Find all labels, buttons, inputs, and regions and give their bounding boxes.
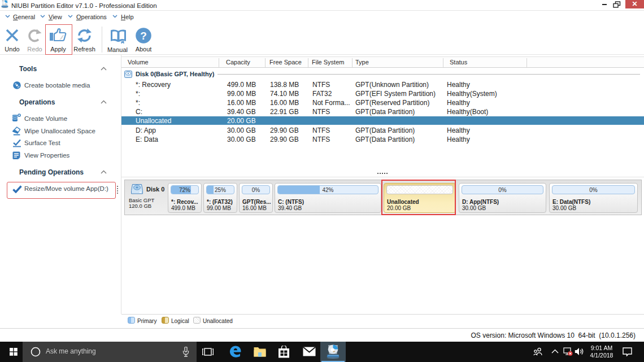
svg-text:?: ?: [140, 30, 147, 42]
